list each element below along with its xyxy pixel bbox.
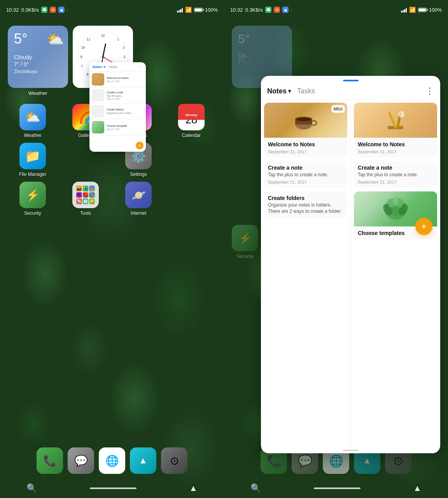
left-calendar-label: Calendar: [182, 133, 201, 138]
right-time: 10:32: [230, 7, 243, 13]
left-search-btn[interactable]: 🔍: [26, 483, 37, 493]
left-dock-camera[interactable]: ⊙: [161, 447, 187, 474]
left-notes-preview-header: Notes ▾ Tasks ⋮: [89, 62, 146, 72]
left-notes-item-4[interactable]: Choose template Sep 21, 2017: [89, 119, 146, 135]
succulent-svg: [380, 193, 411, 224]
tool-5: 📞: [83, 192, 89, 198]
weather-icon-glyph: ⛅: [25, 110, 40, 124]
signal-bar-1: [177, 11, 178, 12]
right-battery-bar: [418, 8, 427, 12]
left-app-filemanager[interactable]: 📁 File Manager: [8, 143, 58, 177]
right-note-card-2[interactable]: Create a note Tap the plus to create a n…: [264, 161, 347, 188]
right-notes-left-col: MIUi Welcome to Notes September 21, 2017…: [261, 100, 351, 447]
right-note-r1-body: Welcome to Notes September 21, 2017: [354, 138, 437, 157]
clock-num-12: 12: [101, 33, 105, 37]
right-notes-tab-notes[interactable]: Notes ▾: [267, 87, 291, 95]
left-weather-location: Zincirlikuyu: [14, 69, 62, 74]
right-camo-nav[interactable]: ▲: [413, 483, 422, 493]
right-note-card-3[interactable]: Create folders Organize your notes in fo…: [264, 191, 347, 217]
right-note-3-subtitle: Organize your notes in folders. There ar…: [268, 202, 343, 214]
left-filemanager-icon: 📁: [19, 143, 46, 169]
right-note-card-r2[interactable]: Create a note Tap the plus to create a n…: [354, 161, 437, 188]
right-camera-glyph: ⊙: [394, 454, 403, 468]
left-notes-item-3[interactable]: Create folders Organize your notes...: [89, 103, 146, 119]
r-signal-bar-3: [404, 9, 405, 12]
right-note-r2-title: Create a note: [358, 164, 433, 171]
left-weather-condition: Cloudy: [14, 54, 62, 60]
left-notes-more[interactable]: ⋮: [139, 65, 143, 69]
left-notes-fab[interactable]: +: [136, 142, 144, 149]
left-status-bar: 10:32 0.0KB/s 💬 ✉ ◉ · 📶 100%: [0, 0, 224, 19]
left-security-label: Security: [24, 210, 41, 216]
right-network: 0.3KB/s: [245, 7, 263, 13]
left-app-tools[interactable]: 📷 🔦 📻 ⏱ 📞 🔧 📡 🧭 🔔 Tools: [61, 182, 110, 216]
tool-7: 📡: [76, 198, 82, 204]
left-chrome-icon: 🌐: [99, 447, 125, 474]
left-empty-slot-2: [166, 143, 216, 177]
left-notes-tab-tasks[interactable]: Tasks: [108, 65, 117, 69]
right-phone-glyph: 📞: [267, 454, 281, 468]
calendar-month-bar: Monday: [178, 104, 205, 120]
left-notes-tab-active[interactable]: Notes ▾: [93, 65, 105, 69]
left-dock-camo[interactable]: ▲: [130, 447, 156, 474]
left-dock: 📞 💬 🌐 ▲ ⊙: [0, 443, 224, 479]
tools-grid: 📷 🔦 📻 ⏱ 📞 🔧 📡 🧭 🔔: [74, 183, 97, 207]
clock-num-2: 2: [122, 46, 124, 49]
right-home-indicator: [314, 487, 360, 489]
right-status-left: 10:32 0.3KB/s 💬 ✉ ◉ ·: [230, 7, 292, 13]
right-notes-fab-btn[interactable]: +: [415, 218, 432, 235]
right-note-r1-title: Welcome to Notes: [358, 141, 433, 148]
right-notes-right-col: Welcome to Notes September 21, 2017 Crea…: [351, 100, 440, 447]
right-chrome-glyph: 🌐: [329, 454, 343, 468]
left-dock-messages[interactable]: 💬: [68, 447, 94, 474]
left-notes-item-1[interactable]: Welcome to Notes Sep 21, 2017: [89, 72, 146, 88]
left-clock-center-red: [102, 56, 104, 58]
right-notes-tabs: Notes ▾ Tasks: [267, 87, 315, 95]
left-dock-phone[interactable]: 📞: [37, 447, 63, 474]
right-note-card-r1[interactable]: Welcome to Notes September 21, 2017: [354, 103, 437, 157]
tool-2: 🔦: [83, 186, 89, 191]
left-notes-item-2[interactable]: Create a note Tap the plus... Sep 21, 20…: [89, 88, 146, 103]
left-weather-widget[interactable]: ⛅ 5° Cloudy 7° / 0° Zincirlikuyu: [8, 26, 68, 88]
left-hour-hand: [102, 44, 106, 57]
left-messages-icon: 💬: [68, 447, 94, 474]
internet-icon-glyph: 🪐: [131, 188, 146, 202]
left-app-internet[interactable]: 🪐 Internet: [114, 182, 163, 216]
left-notes-preview-card[interactable]: Notes ▾ Tasks ⋮ Welcome to Notes Sep 21,…: [89, 62, 146, 152]
r-signal-bar-1: [401, 11, 402, 12]
clock-num-1: 1: [117, 37, 119, 41]
left-internet-label: Internet: [131, 210, 147, 216]
right-note-r2-date: September 21, 2017: [358, 180, 433, 184]
coffee-svg: [290, 107, 321, 134]
right-dot: ·: [291, 7, 292, 13]
right-note-2-date: September 21, 2017: [268, 180, 343, 184]
left-app-weather[interactable]: ⛅ Weather: [8, 104, 58, 138]
whatsapp-icon: 💬: [41, 7, 47, 13]
right-note-card-1[interactable]: MIUi Welcome to Notes September 21, 2017: [264, 103, 347, 157]
right-wifi-icon: 📶: [409, 7, 416, 13]
right-bg-temp: 5°: [238, 32, 286, 46]
right-notes-more-btn[interactable]: ⋮: [425, 86, 434, 96]
clock-num-7: 7: [81, 64, 83, 68]
app-icon-notif: ◉: [58, 7, 65, 13]
right-note-2-body: Create a note Tap the plus to create a n…: [264, 161, 347, 188]
left-camo-nav[interactable]: ▲: [189, 483, 198, 493]
right-notes-popup[interactable]: Notes ▾ Tasks ⋮: [261, 76, 440, 453]
camo-glyph: ▲: [139, 456, 147, 466]
right-note-card-r3[interactable]: Choose templates +: [354, 191, 437, 240]
right-notes-tab-label: Notes: [267, 87, 287, 95]
left-app-calendar[interactable]: Monday 28 Calendar: [166, 104, 216, 138]
left-dock-chrome[interactable]: 🌐: [99, 447, 125, 474]
mail-icon: ✉: [50, 7, 56, 13]
right-search-btn[interactable]: 🔍: [250, 483, 261, 493]
left-note-thumb-4: [92, 121, 104, 133]
left-phone-icon: 📞: [37, 447, 63, 474]
left-note-thumb-1: [92, 73, 104, 86]
right-notes-tab-tasks[interactable]: Tasks: [297, 87, 315, 95]
left-internet-icon: 🪐: [125, 182, 152, 208]
left-note-text-1: Welcome to Notes Sep 21, 2017: [107, 76, 129, 82]
signal-bar-3: [180, 9, 181, 12]
right-messages-glyph: 💬: [298, 454, 312, 468]
left-app-security[interactable]: ⚡ Security: [8, 182, 58, 216]
left-calendar-inner: Monday 28: [185, 108, 197, 126]
